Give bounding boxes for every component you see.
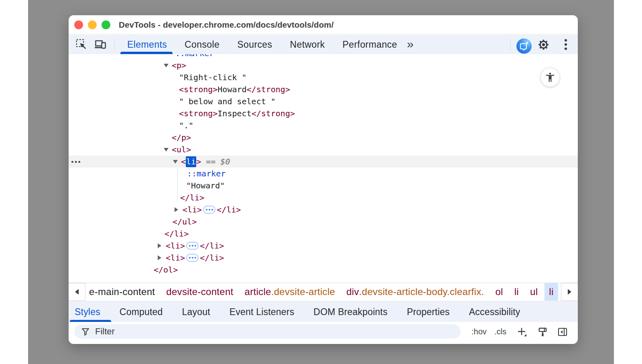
sidebar-tab-accessibility[interactable]: Accessibility <box>469 307 520 317</box>
devtools-toolbar: ElementsConsoleSourcesNetworkPerformance… <box>69 35 578 54</box>
dom-tree-row-selected[interactable]: ●●●<li> == $0 <box>69 156 578 168</box>
breadcrumb-part-tag: li <box>549 286 553 297</box>
tab-sources[interactable]: Sources <box>237 39 272 50</box>
tree-indent-guide <box>177 168 178 202</box>
row-content: "Right-click " <box>69 71 578 83</box>
token-tag: </ol> <box>154 265 178 275</box>
expand-arrow-right-icon[interactable] <box>158 255 161 260</box>
token-tag: </p> <box>172 133 191 142</box>
token-tag: <li> <box>166 253 185 263</box>
sidebar-tab-dom-breakpoints[interactable]: DOM Breakpoints <box>313 307 388 317</box>
dom-tree-row[interactable]: " below and select " <box>69 95 578 107</box>
close-button[interactable] <box>74 20 83 29</box>
breadcrumb-item[interactable]: li <box>514 283 519 301</box>
dom-tree-row[interactable]: </p> <box>69 131 578 144</box>
dom-tree-row[interactable]: <ul> <box>69 144 578 156</box>
dom-tree-row[interactable]: </li> <box>69 192 578 204</box>
row-content: <ul> <box>69 144 578 156</box>
expand-arrow-right-icon[interactable] <box>158 243 161 248</box>
breadcrumb-item[interactable]: e-main-content <box>89 283 155 301</box>
breadcrumb-part-tag: li <box>514 286 519 297</box>
dom-tree-row[interactable]: "Right-click " <box>69 71 578 83</box>
breadcrumb-item[interactable]: div.devsite-article-body.clearfix. <box>346 283 484 301</box>
dom-tree-row[interactable]: ::marker <box>69 54 578 59</box>
row-content: <li></li> <box>69 252 578 264</box>
collapsed-content-ellipsis-icon[interactable] <box>203 206 215 214</box>
row-content: ::marker <box>69 54 578 59</box>
token-tag: <li> <box>166 241 185 251</box>
row-content: <li></li> <box>69 240 578 252</box>
token-tag: <ul> <box>172 145 191 154</box>
breadcrumb-part-class: .devsite-article <box>271 286 335 297</box>
breadcrumb-item[interactable]: ol <box>495 283 503 301</box>
row-content: <strong>Howard</strong> <box>69 83 578 95</box>
token-tag: <strong> <box>179 109 217 118</box>
device-toolbar-icon[interactable] <box>94 38 106 51</box>
toolbar-right-separator <box>510 39 511 50</box>
tab-elements[interactable]: Elements <box>127 39 167 50</box>
breadcrumb-item[interactable]: devsite-content <box>166 283 233 301</box>
dom-tree-row[interactable]: </ul> <box>69 216 578 228</box>
expand-arrow-down-icon[interactable] <box>164 64 169 67</box>
token-pseudo: ::marker <box>175 54 214 58</box>
breadcrumb-scroll-right-button[interactable] <box>561 283 578 301</box>
breadcrumb-item-selected[interactable]: li <box>544 283 558 301</box>
dom-tree-row[interactable]: <li></li> <box>69 240 578 252</box>
dom-tree-row[interactable]: </ol> <box>69 264 578 276</box>
ai-assistant-icon[interactable] <box>516 38 532 54</box>
dom-tree-row[interactable]: <li></li> <box>69 252 578 264</box>
expand-arrow-right-icon[interactable] <box>175 207 178 212</box>
styles-filter-input-pill <box>74 324 461 339</box>
token-pseudo: ::marker <box>187 169 226 178</box>
dom-tree-row[interactable]: <li></li> <box>69 204 578 216</box>
scroll-right-icon <box>568 289 571 295</box>
element-classes-button[interactable]: .cls <box>494 322 506 341</box>
row-content: <li> == $0 <box>69 156 578 168</box>
breadcrumb-item[interactable]: ul <box>530 283 538 301</box>
token-tag: <strong> <box>179 85 217 94</box>
inspect-icon[interactable] <box>75 38 87 51</box>
dom-tree-row[interactable]: <p> <box>69 59 578 71</box>
token-tag: </li> <box>200 253 224 263</box>
token-dollar: $0 <box>220 157 230 166</box>
dom-tree-row[interactable]: ::marker <box>69 168 578 180</box>
tab-console[interactable]: Console <box>185 39 219 50</box>
paint-roller-icon[interactable] <box>538 327 548 337</box>
expand-arrow-down-icon[interactable] <box>173 160 178 164</box>
expand-arrow-down-icon[interactable] <box>164 148 169 152</box>
dom-tree-row[interactable]: <strong>Howard</strong> <box>69 83 578 95</box>
sidebar-tab-layout[interactable]: Layout <box>182 307 210 317</box>
styles-filter-input[interactable] <box>95 326 416 337</box>
sidebar-toggle-icon[interactable] <box>557 327 568 337</box>
elements-panel: ::marker<p>"Right-click "<strong>Howard<… <box>69 54 578 283</box>
kebab-menu-icon[interactable] <box>562 38 570 51</box>
dom-tree-row[interactable]: <strong>Inspect</strong> <box>69 107 578 119</box>
dom-tree-row[interactable]: "Howard" <box>69 180 578 192</box>
tab-performance[interactable]: Performance <box>343 39 397 50</box>
zoom-button[interactable] <box>102 20 110 29</box>
token-tag: </li> <box>200 241 224 251</box>
new-style-rule-plus-icon[interactable] <box>516 327 527 337</box>
sidebar-tab-event-listeners[interactable]: Event Listeners <box>230 307 295 317</box>
collapsed-content-ellipsis-icon[interactable] <box>186 242 199 250</box>
background-mat: DevTools - developer.chrome.com/docs/dev… <box>28 0 614 364</box>
settings-gear-icon[interactable] <box>537 38 550 51</box>
breadcrumb-part-tag: devsite-content <box>166 286 233 297</box>
toggle-element-state-button[interactable]: :hov <box>471 322 487 341</box>
dom-tree-row[interactable]: "." <box>69 119 578 131</box>
breadcrumb-item[interactable]: article.devsite-article <box>245 283 335 301</box>
minimize-button[interactable] <box>88 20 97 29</box>
row-overflow-dots-icon[interactable]: ●●● <box>71 156 81 168</box>
dom-tree-row[interactable]: </li> <box>69 228 578 240</box>
breadcrumb-scroll-left-button[interactable] <box>69 283 85 301</box>
row-content: </li> <box>69 228 578 240</box>
collapsed-content-ellipsis-icon[interactable] <box>186 254 199 262</box>
tab-network[interactable]: Network <box>290 39 325 50</box>
styles-filter-bar: :hov .cls <box>69 322 578 344</box>
sidebar-tab-properties[interactable]: Properties <box>407 307 450 317</box>
sidebar-tab-computed[interactable]: Computed <box>120 307 163 317</box>
more-tabs-chevron-icon[interactable]: » <box>407 35 414 54</box>
sidebar-tab-styles[interactable]: Styles <box>75 307 100 317</box>
accessibility-icon[interactable] <box>540 68 560 87</box>
token-tag: <li> <box>183 205 202 214</box>
